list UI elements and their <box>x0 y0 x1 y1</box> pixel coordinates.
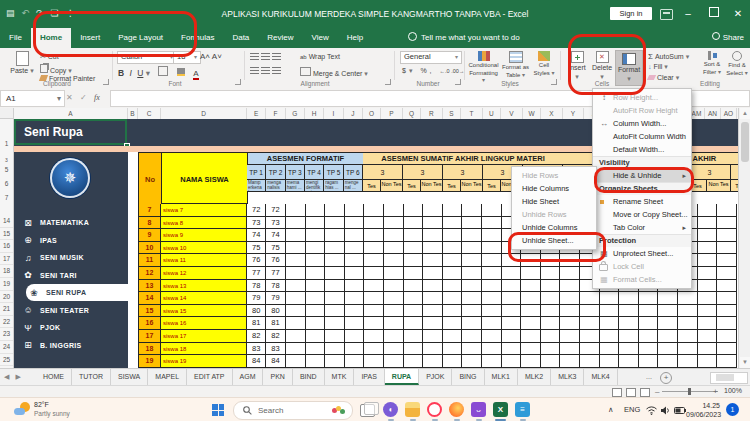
chat-app-icon[interactable]: ◖ <box>383 402 398 417</box>
row-header[interactable]: 14 <box>0 215 13 228</box>
ribbon-tab[interactable]: Insert <box>71 28 109 48</box>
paste-button[interactable]: Paste ▾ <box>8 51 36 76</box>
format-as-table-button[interactable]: Format as Table ▾ <box>501 51 530 79</box>
submenu-item-unhide-sheet[interactable]: Unhide Sheet... <box>512 234 596 247</box>
select-all-corner[interactable] <box>0 108 14 119</box>
sheet-nav-arrows[interactable]: ◀▶ <box>4 369 27 385</box>
row-header[interactable]: 15 <box>0 228 13 241</box>
zoom-in-button[interactable]: + <box>713 387 718 396</box>
fill-color-icon[interactable] <box>177 68 185 76</box>
student-no-cell[interactable]: 12 <box>138 267 161 280</box>
taskbar-search[interactable]: Search <box>233 401 353 420</box>
column-header[interactable]: O <box>363 108 381 119</box>
student-no-cell[interactable]: 16 <box>138 317 161 330</box>
notification-badge[interactable]: 1 <box>726 403 739 416</box>
file-explorer-icon[interactable] <box>405 402 420 417</box>
menu-item-autofit-column-width[interactable]: AutoFit Column Width <box>593 130 691 143</box>
student-name-cell[interactable]: siswa 16 <box>161 317 247 330</box>
tray-expand-icon[interactable]: ∧ <box>608 405 614 414</box>
tp1-score-cell[interactable]: 77 <box>247 267 266 280</box>
tp2-score-cell[interactable]: 83 <box>266 343 285 356</box>
tp1-score-cell[interactable]: 80 <box>247 305 266 318</box>
row-headers[interactable]: 1 3 5 6 7 14151617181920212223242526 <box>0 119 14 368</box>
student-no-cell[interactable]: 18 <box>138 343 161 356</box>
sheet-tab[interactable]: PKN <box>263 369 292 385</box>
column-header[interactable]: X <box>541 108 563 119</box>
menu-item-rename-sheet[interactable]: Rename Sheet <box>593 195 691 208</box>
student-no-cell[interactable]: 11 <box>138 254 161 267</box>
task-view-button[interactable] <box>360 404 375 417</box>
empty-score-cells[interactable] <box>286 292 737 305</box>
col-header-no[interactable]: No <box>138 152 162 204</box>
sheet-tab[interactable]: MTK <box>325 369 355 385</box>
column-header[interactable]: E <box>247 108 266 119</box>
excel-app-icon[interactable]: X <box>493 402 508 417</box>
student-no-cell[interactable]: 17 <box>138 330 161 343</box>
tp2-score-cell[interactable]: 79 <box>266 292 285 305</box>
row-header[interactable]: 23 <box>0 328 13 341</box>
font-size-combo[interactable]: 18▾ <box>173 51 201 64</box>
add-sheet-button[interactable]: + <box>660 372 672 384</box>
row-header[interactable]: 21 <box>0 303 13 316</box>
sidebar-item[interactable]: ⊕ IPAS <box>20 232 128 249</box>
column-header[interactable]: A <box>14 108 128 119</box>
weight-cell[interactable]: 3 <box>689 164 731 180</box>
underline-button[interactable]: U <box>137 68 143 78</box>
autosum-button[interactable]: Σ AutoSum ▾ <box>648 52 689 61</box>
student-no-cell[interactable]: 9 <box>138 229 161 242</box>
menu-item-hide-unhide[interactable]: Hide & Unhide▸ <box>593 169 691 182</box>
tp-desc-cell[interactable]: mema hami ... <box>286 179 305 192</box>
col-header-nama-siswa[interactable]: NAMA SISWA <box>161 152 248 204</box>
weather-temp[interactable]: 82°F <box>34 401 49 408</box>
menu-item-row-height[interactable]: ↕Row Height... <box>593 91 691 104</box>
column-header[interactable]: Y <box>563 108 584 119</box>
tp1-score-cell[interactable]: 79 <box>247 292 266 305</box>
undo-icon[interactable]: ↶ <box>22 6 30 20</box>
sheet-tab[interactable]: PJOK <box>419 369 452 385</box>
tp2-score-cell[interactable]: 82 <box>266 330 285 343</box>
menu-item-autofit-row-height[interactable]: AutoFit Row Height <box>593 104 691 117</box>
student-name-cell[interactable]: siswa 19 <box>161 355 247 368</box>
submenu-item-hide-rows[interactable]: Hide Rows <box>512 169 596 182</box>
row-header[interactable]: 6 <box>0 176 13 192</box>
styles-dialog-launcher[interactable] <box>551 79 557 85</box>
menu-item-lock-cell[interactable]: Lock Cell <box>593 260 691 273</box>
tp-desc-cell[interactable]: Mamp erkena l... <box>247 179 266 192</box>
sign-in-button[interactable]: Sign in <box>610 7 652 20</box>
student-no-cell[interactable]: 14 <box>138 292 161 305</box>
student-name-cell[interactable]: siswa 14 <box>161 292 247 305</box>
student-no-cell[interactable]: 10 <box>138 242 161 255</box>
tp-header-cell[interactable]: TP 6 <box>344 164 363 180</box>
tp2-score-cell[interactable]: 74 <box>266 229 285 242</box>
menu-item-unprotect-sheet[interactable]: ▦Unprotect Sheet... <box>593 247 691 260</box>
cell-styles-button[interactable]: Cell Styles ▾ <box>531 51 557 77</box>
grow-shrink-font-buttons[interactable]: A˄ A˅ <box>200 52 222 61</box>
save-icon[interactable]: ▤ <box>6 6 15 20</box>
sheet-tabs-overflow[interactable]: ... <box>646 369 652 385</box>
tp-desc-cell[interactable]: menge nal ... <box>344 179 363 192</box>
battery-icon[interactable] <box>674 407 686 414</box>
tes-cell[interactable]: Tes <box>363 179 381 192</box>
sidebar-item[interactable]: ⊠ MATEMATIKA <box>20 214 128 231</box>
tp-header-cell[interactable]: TP 2 <box>266 164 285 180</box>
browser-app-icon[interactable] <box>427 402 442 417</box>
wrap-text-button[interactable]: ab Wrap Text <box>300 53 340 60</box>
redo-icon[interactable]: ↷ <box>36 6 44 20</box>
tp2-score-cell[interactable]: 78 <box>266 280 285 293</box>
empty-score-cells[interactable] <box>286 305 737 318</box>
sidebar-item[interactable]: ♫ SENI MUSIK <box>20 249 128 266</box>
row-header[interactable]: 20 <box>0 291 13 304</box>
ribbon-tab[interactable]: Home <box>31 28 71 48</box>
find-select-button[interactable]: Find & Select ▾ <box>725 51 749 77</box>
tp2-score-cell[interactable]: 76 <box>266 254 285 267</box>
weight-cell[interactable]: 3 <box>443 164 483 180</box>
row-header[interactable]: 19 <box>0 278 13 291</box>
student-name-cell[interactable]: siswa 13 <box>161 280 247 293</box>
normal-view-icon[interactable] <box>612 388 622 397</box>
page-break-view-icon[interactable] <box>640 388 650 397</box>
student-name-cell[interactable]: siswa 18 <box>161 343 247 356</box>
number-format-combo[interactable]: General▾ <box>400 51 462 64</box>
column-header[interactable]: C <box>138 108 161 119</box>
non-tes-cell[interactable]: Non Tes <box>707 179 731 192</box>
copy-button[interactable]: Copy ▾ <box>40 64 72 75</box>
